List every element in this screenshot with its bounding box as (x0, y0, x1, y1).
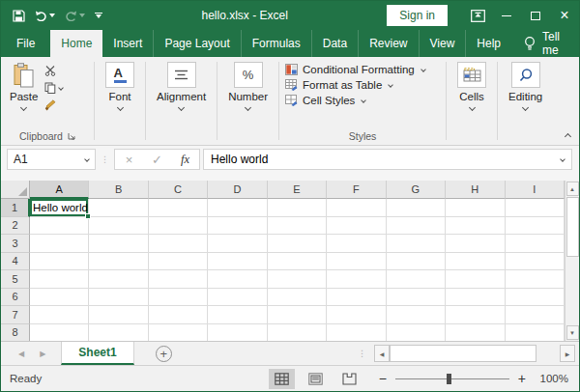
cell-E7[interactable] (268, 306, 327, 324)
minimize-button[interactable] (492, 1, 521, 30)
cell-B2[interactable] (89, 217, 148, 236)
column-header-a[interactable]: A (30, 181, 89, 199)
tab-help[interactable]: Help (465, 30, 511, 57)
cell-H5[interactable] (446, 270, 505, 289)
cell-C3[interactable] (149, 235, 208, 253)
horizontal-scrollbar[interactable]: ◀ ▶ (374, 344, 575, 363)
alignment-button[interactable]: Alignment (146, 62, 217, 110)
name-box[interactable]: A1 (7, 149, 96, 170)
cell-F5[interactable] (327, 270, 386, 289)
tab-file[interactable]: File (1, 30, 50, 57)
page-layout-view-button[interactable] (303, 369, 329, 389)
cell-E6[interactable] (268, 289, 327, 307)
editing-dropdown-icon[interactable] (522, 104, 529, 111)
cell-E3[interactable] (268, 235, 327, 253)
formula-bar-splitter[interactable]: ⋮ (101, 155, 109, 164)
cell-I5[interactable] (506, 270, 565, 289)
cell-H6[interactable] (446, 289, 505, 307)
cell-C4[interactable] (149, 253, 208, 271)
cell-F6[interactable] (327, 289, 386, 307)
scroll-right-icon[interactable]: ▶ (560, 345, 575, 362)
ribbon-display-options-icon[interactable] (463, 1, 492, 30)
cell-C2[interactable] (149, 217, 208, 236)
cell-H1[interactable] (446, 199, 505, 217)
cancel-icon[interactable]: × (115, 153, 143, 167)
paste-dropdown-icon[interactable] (20, 104, 27, 111)
column-header-c[interactable]: C (149, 181, 208, 199)
tab-review[interactable]: Review (358, 30, 418, 57)
cell-styles-button[interactable]: Cell Styles (285, 95, 436, 106)
cell-B7[interactable] (89, 306, 148, 324)
cell-B4[interactable] (89, 253, 148, 271)
number-dropdown-icon[interactable] (245, 104, 251, 111)
enter-icon[interactable]: ✓ (143, 153, 171, 167)
cell-I2[interactable] (506, 217, 565, 236)
cell-B8[interactable] (89, 324, 148, 342)
format-as-table-button[interactable]: Format as Table (285, 79, 436, 91)
zoom-slider-thumb[interactable] (447, 374, 451, 384)
cells-button[interactable]: Cells (447, 62, 497, 110)
cell-F2[interactable] (327, 217, 386, 236)
name-box-dropdown-icon[interactable] (84, 156, 90, 162)
cell-F7[interactable] (327, 306, 386, 324)
vertical-scrollbar[interactable]: ▲ ▼ (565, 181, 579, 341)
insert-function-icon[interactable]: fx (171, 153, 199, 167)
alignment-dropdown-icon[interactable] (178, 104, 185, 111)
conditional-formatting-button[interactable]: Conditional Formatting (285, 64, 436, 75)
cell-G3[interactable] (387, 235, 446, 253)
tab-page-layout[interactable]: Page Layout (153, 30, 240, 57)
cell-D6[interactable] (208, 289, 267, 307)
cell-G7[interactable] (387, 306, 446, 324)
vertical-scroll-thumb[interactable] (566, 197, 579, 257)
cell-C8[interactable] (149, 324, 208, 342)
cell-C1[interactable] (149, 199, 208, 217)
cell-F4[interactable] (327, 253, 386, 271)
cell-G4[interactable] (387, 253, 446, 271)
cell-G6[interactable] (387, 289, 446, 307)
cut-button[interactable] (44, 66, 63, 76)
row-header-7[interactable]: 7 (1, 306, 30, 324)
scroll-left-icon[interactable]: ◀ (374, 345, 390, 362)
cell-I8[interactable] (506, 324, 565, 342)
cell-H7[interactable] (446, 306, 505, 324)
cell-A3[interactable] (30, 235, 89, 253)
format-painter-button[interactable] (44, 99, 63, 111)
cell-F3[interactable] (327, 235, 386, 253)
column-header-i[interactable]: I (506, 181, 565, 199)
font-button[interactable]: A Font (95, 62, 145, 110)
cell-E8[interactable] (268, 324, 327, 342)
save-icon[interactable] (13, 10, 25, 22)
cell-H8[interactable] (446, 324, 505, 342)
column-header-g[interactable]: G (387, 181, 446, 199)
collapse-ribbon-icon[interactable] (565, 133, 571, 140)
copy-button[interactable] (44, 82, 63, 94)
row-header-4[interactable]: 4 (1, 253, 30, 271)
normal-view-button[interactable] (269, 369, 295, 389)
cell-A4[interactable] (30, 253, 89, 271)
close-button[interactable]: × (550, 1, 579, 30)
expand-formula-bar-icon[interactable] (560, 156, 566, 162)
column-header-e[interactable]: E (268, 181, 327, 199)
cell-E1[interactable] (268, 199, 327, 217)
row-header-2[interactable]: 2 (1, 217, 30, 236)
row-header-8[interactable]: 8 (1, 324, 30, 342)
select-all-button[interactable] (1, 181, 30, 199)
zoom-slider[interactable] (395, 378, 509, 379)
page-break-preview-button[interactable] (336, 369, 362, 389)
cell-E2[interactable] (268, 217, 327, 236)
cell-G8[interactable] (387, 324, 446, 342)
row-header-3[interactable]: 3 (1, 235, 30, 253)
scroll-up-icon[interactable]: ▲ (566, 182, 579, 196)
tab-formulas[interactable]: Formulas (241, 30, 311, 57)
cell-A6[interactable] (30, 289, 89, 307)
copy-dropdown-icon[interactable] (59, 85, 65, 91)
cell-E4[interactable] (268, 253, 327, 271)
cell-A2[interactable] (30, 217, 89, 236)
cell-F1[interactable] (327, 199, 386, 217)
cell-B5[interactable] (89, 270, 148, 289)
sheet-tab-sheet1[interactable]: Sheet1 (61, 342, 133, 365)
cells-dropdown-icon[interactable] (469, 104, 476, 111)
cell-H2[interactable] (446, 217, 505, 236)
cell-G2[interactable] (387, 217, 446, 236)
cell-D1[interactable] (208, 199, 267, 217)
